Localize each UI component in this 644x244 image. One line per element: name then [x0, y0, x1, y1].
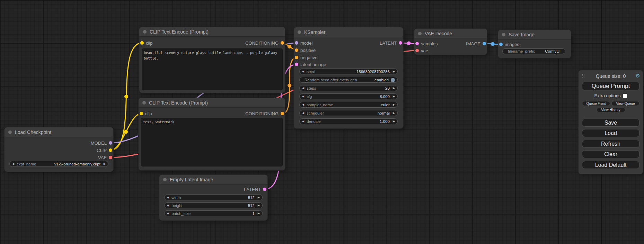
widget-sampler-name[interactable]: ◀ sampler_name euler ▶: [299, 102, 398, 108]
port-dot[interactable]: [109, 141, 112, 145]
comfyui-canvas[interactable]: { "app": { "name": "ComfyUI node graph" …: [0, 0, 644, 244]
node-title-bar[interactable]: Load Checkpoint: [5, 127, 113, 137]
input-port-negative[interactable]: negative: [295, 55, 317, 60]
decrement-arrow-icon[interactable]: ◀: [302, 120, 304, 123]
node-title-bar[interactable]: KSampler: [294, 27, 403, 37]
queue-front-button[interactable]: Queue Front: [582, 101, 610, 106]
decrement-arrow-icon[interactable]: ◀: [302, 87, 304, 90]
prompt-textarea[interactable]: beautiful scenery nature glass bottle la…: [142, 49, 282, 90]
extra-options-checkbox[interactable]: [623, 94, 627, 98]
output-port-vae[interactable]: VAE: [98, 155, 112, 160]
widget-height[interactable]: ◀ height 512 ▶: [164, 202, 263, 208]
port-dot[interactable]: [399, 41, 402, 45]
collapse-dot-icon[interactable]: [163, 178, 167, 181]
increment-arrow-icon[interactable]: ▶: [393, 70, 395, 73]
node-load-checkpoint[interactable]: Load Checkpoint MODEL CLIP VAE ◀ ckpt_na…: [5, 127, 113, 172]
input-port-clip[interactable]: clip: [140, 111, 152, 116]
increment-arrow-icon[interactable]: ▶: [258, 196, 260, 199]
node-title-bar[interactable]: Empty Latent Image: [159, 175, 267, 184]
widget-scheduler[interactable]: ◀ scheduler normal ▶: [299, 110, 398, 116]
widget-batch-size[interactable]: ◀ batch_size 1 ▶: [164, 210, 263, 216]
view-history-button[interactable]: View History: [596, 108, 625, 112]
port-dot[interactable]: [281, 41, 284, 45]
load-button[interactable]: Load: [582, 129, 639, 137]
output-port-conditioning[interactable]: CONDITIONING: [245, 40, 284, 46]
port-dot[interactable]: [295, 41, 298, 45]
port-dot[interactable]: [281, 112, 284, 115]
input-port-images[interactable]: images: [499, 42, 519, 47]
clear-button[interactable]: Clear: [582, 150, 639, 158]
widget-filename-prefix[interactable]: filename_prefix ComfyUI: [502, 48, 565, 54]
node-empty-latent-image[interactable]: Empty Latent Image LATENT ◀ width 512 ▶ …: [159, 175, 267, 220]
increment-arrow-icon[interactable]: ▶: [393, 87, 395, 90]
port-dot[interactable]: [109, 156, 112, 159]
decrement-arrow-icon[interactable]: ◀: [302, 103, 304, 106]
collapse-dot-icon[interactable]: [8, 130, 12, 134]
input-port-clip[interactable]: clip: [140, 40, 153, 46]
increment-arrow-icon[interactable]: ▶: [393, 112, 395, 115]
link-midpoint-dot[interactable]: [288, 45, 291, 48]
decrement-arrow-icon[interactable]: ◀: [302, 95, 304, 98]
node-title-bar[interactable]: CLIP Text Encode (Prompt): [139, 27, 285, 37]
increment-arrow-icon[interactable]: ▶: [104, 163, 106, 165]
output-port-latent[interactable]: LATENT: [380, 40, 402, 46]
node-clip-text-encode-negative[interactable]: CLIP Text Encode (Prompt) clip CONDITION…: [139, 98, 285, 170]
link-midpoint-dot[interactable]: [407, 42, 411, 45]
port-dot[interactable]: [499, 43, 503, 46]
input-port-samples[interactable]: samples: [415, 41, 438, 46]
port-dot[interactable]: [295, 63, 298, 66]
node-title-bar[interactable]: VAE Decode: [414, 29, 487, 38]
node-save-image[interactable]: Save Image images filename_prefix ComfyU…: [498, 30, 571, 58]
collapse-dot-icon[interactable]: [142, 101, 146, 105]
link-midpoint-dot[interactable]: [288, 84, 291, 88]
toggle-icon[interactable]: [391, 78, 395, 82]
input-port-model[interactable]: model: [295, 40, 312, 46]
port-dot[interactable]: [415, 49, 419, 52]
output-port-image[interactable]: IMAGE: [466, 41, 486, 46]
widget-seed[interactable]: ◀ seed 156680208700286 ▶: [299, 69, 398, 74]
node-clip-text-encode-positive[interactable]: CLIP Text Encode (Prompt) clip CONDITION…: [139, 27, 285, 93]
decrement-arrow-icon[interactable]: ◀: [302, 112, 304, 115]
port-dot[interactable]: [140, 112, 143, 115]
widget-denoise[interactable]: ◀ denoise 1.000 ▶: [299, 118, 398, 124]
collapse-dot-icon[interactable]: [418, 32, 422, 35]
decrement-arrow-icon[interactable]: ◀: [167, 212, 169, 215]
collapse-dot-icon[interactable]: [143, 30, 147, 34]
widget-ckpt-name[interactable]: ◀ ckpt_name v1-5-pruned-emaonly.ckpt ▶: [9, 161, 108, 167]
port-dot[interactable]: [415, 42, 419, 45]
node-title-bar[interactable]: Save Image: [498, 30, 571, 39]
increment-arrow-icon[interactable]: ▶: [393, 103, 395, 106]
input-port-vae[interactable]: vae: [415, 48, 428, 53]
input-port-positive[interactable]: positive: [295, 48, 316, 53]
view-queue-button[interactable]: View Queue: [611, 101, 639, 106]
input-port-latent-image[interactable]: latent_image: [295, 62, 326, 67]
output-port-model[interactable]: MODEL: [91, 141, 112, 146]
widget-steps[interactable]: ◀ steps 20 ▶: [299, 85, 398, 91]
collapse-dot-icon[interactable]: [502, 33, 505, 36]
save-button[interactable]: Save: [582, 119, 639, 127]
queue-prompt-button[interactable]: Queue Prompt: [582, 82, 639, 90]
decrement-arrow-icon[interactable]: ◀: [167, 196, 169, 199]
increment-arrow-icon[interactable]: ▶: [393, 120, 395, 123]
output-port-clip[interactable]: CLIP: [97, 148, 112, 153]
link-midpoint-dot[interactable]: [124, 130, 128, 134]
node-title-bar[interactable]: CLIP Text Encode (Prompt): [139, 98, 285, 108]
increment-arrow-icon[interactable]: ▶: [258, 204, 260, 207]
widget-width[interactable]: ◀ width 512 ▶: [164, 195, 263, 200]
decrement-arrow-icon[interactable]: ◀: [167, 204, 169, 207]
node-vae-decode[interactable]: VAE Decode samples IMAGE vae: [414, 29, 487, 55]
increment-arrow-icon[interactable]: ▶: [393, 95, 395, 98]
port-dot[interactable]: [263, 188, 266, 191]
refresh-button[interactable]: Refresh: [582, 140, 639, 148]
port-dot[interactable]: [109, 148, 112, 152]
widget-random-seed-toggle[interactable]: Random seed after every gen enabled: [299, 77, 398, 83]
decrement-arrow-icon[interactable]: ◀: [302, 70, 304, 73]
port-dot[interactable]: [295, 48, 298, 52]
output-port-latent[interactable]: LATENT: [244, 187, 266, 192]
prompt-textarea[interactable]: text, watermark: [141, 118, 282, 166]
control-panel[interactable]: Queue size: 0 ⚙ Queue Prompt Extra optio…: [579, 70, 643, 174]
increment-arrow-icon[interactable]: ▶: [258, 212, 260, 215]
link-midpoint-dot[interactable]: [491, 42, 495, 46]
port-dot[interactable]: [295, 56, 298, 59]
decrement-arrow-icon[interactable]: ◀: [12, 163, 14, 165]
